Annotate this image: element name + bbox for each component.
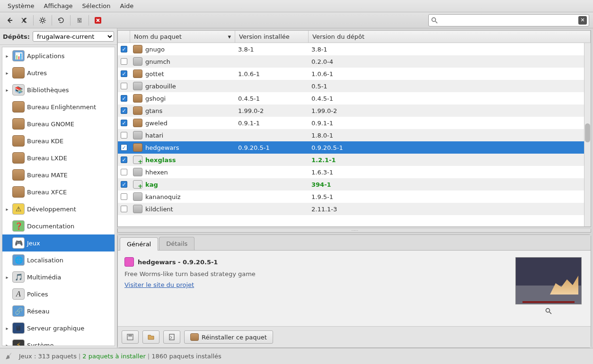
table-row[interactable]: gtans 1.99.0-2 1.99.0-2: [118, 104, 591, 117]
sidebar-item-développement[interactable]: ▸⚠Développement: [2, 200, 115, 217]
sort-icon: ▾: [228, 33, 231, 40]
table-row[interactable]: gshogi 0.4.5-1 0.4.5-1: [118, 92, 591, 104]
package-icon: [190, 333, 199, 341]
table-row[interactable]: gottet 1.0.6-1 1.0.6-1: [118, 68, 591, 80]
col-installed[interactable]: Version installée: [235, 31, 309, 43]
expand-icon[interactable]: ▸: [4, 343, 10, 347]
row-checkbox[interactable]: [121, 120, 127, 126]
category-icon: [12, 134, 25, 147]
search-box[interactable]: ✕: [428, 14, 589, 26]
action-script-button[interactable]: [163, 330, 180, 344]
broom-icon[interactable]: [5, 352, 14, 361]
row-checkbox[interactable]: [121, 95, 127, 102]
expand-icon[interactable]: ▸: [4, 87, 10, 93]
col-name[interactable]: Nom du paquet▾: [130, 31, 235, 43]
search-clear-icon[interactable]: ✕: [578, 16, 587, 25]
sidebar-item-polices[interactable]: APolices: [2, 286, 115, 303]
expand-icon[interactable]: ▸: [4, 326, 10, 331]
gear-button[interactable]: [36, 14, 49, 26]
row-checkbox[interactable]: [121, 193, 127, 200]
row-checkbox[interactable]: [121, 70, 127, 77]
sidebar-item-bibliothèques[interactable]: ▸📚Bibliothèques: [2, 81, 115, 98]
sidebar-item-bureau-lxde[interactable]: Bureau LXDE: [2, 149, 115, 166]
row-checkbox[interactable]: [121, 156, 127, 163]
scrollbar[interactable]: [584, 43, 591, 226]
sidebar-item-applications[interactable]: ▸📊Applications: [2, 47, 115, 64]
table-row[interactable]: kag 394-1: [118, 178, 591, 191]
table-row[interactable]: grabouille 0.5-1: [118, 80, 591, 92]
sidebar-item-bureau-enlightenment[interactable]: Bureau Enlightenment: [2, 98, 115, 115]
sidebar-item-jeux[interactable]: 🎮Jeux: [2, 234, 115, 251]
table-row[interactable]: hexglass 1.2.1-1: [118, 154, 591, 166]
sliders-button[interactable]: [73, 14, 86, 26]
row-checkbox[interactable]: [121, 83, 127, 89]
row-checkbox[interactable]: [121, 46, 127, 52]
table-row[interactable]: kananoquiz 1.9.5-1: [118, 191, 591, 203]
project-link[interactable]: Visiter le site du projet: [124, 281, 194, 288]
sidebar-item-autres[interactable]: ▸Autres: [2, 64, 115, 81]
table-row[interactable]: kildclient 2.11.1-3: [118, 203, 591, 215]
svg-rect-4: [77, 21, 79, 22]
table-row[interactable]: hedgewars 0.9.20.5-1 0.9.20.5-1: [118, 141, 591, 154]
splitter[interactable]: [117, 229, 591, 233]
row-checkbox[interactable]: [121, 144, 127, 151]
table-row[interactable]: gweled 0.9.1-1 0.9.1-1: [118, 117, 591, 129]
sidebar-item-bureau-mate[interactable]: Bureau MATE: [2, 166, 115, 183]
col-check[interactable]: [118, 31, 130, 43]
clear-back-button[interactable]: [18, 14, 30, 26]
sidebar-item-multimédia[interactable]: ▸🎵Multimédia: [2, 269, 115, 286]
menu-system[interactable]: Système: [3, 0, 39, 11]
svg-rect-12: [169, 334, 174, 340]
sidebar-item-label: Bureau Enlightenment: [27, 104, 96, 111]
package-name: gshogi: [145, 95, 166, 102]
installed-version: 3.8-1: [235, 46, 309, 53]
row-checkbox[interactable]: [121, 132, 127, 139]
tab-general[interactable]: Général: [120, 237, 158, 251]
category-tree[interactable]: ▸📊Applications▸Autres▸📚BibliothèquesBure…: [2, 47, 115, 346]
row-checkbox[interactable]: [121, 169, 127, 175]
reinstall-button[interactable]: Réinstaller ce paquet: [184, 330, 273, 344]
package-name: hexglass: [145, 156, 176, 164]
expand-icon[interactable]: ▸: [4, 70, 10, 76]
zoom-icon[interactable]: [545, 307, 552, 315]
sidebar-item-bureau-xfce[interactable]: Bureau XFCE: [2, 183, 115, 200]
expand-icon[interactable]: ▸: [4, 53, 10, 59]
close-button[interactable]: [92, 14, 104, 26]
row-checkbox[interactable]: [121, 181, 127, 188]
table-row[interactable]: gnumch 0.2.0-4: [118, 55, 591, 68]
table-row[interactable]: gnugo 3.8-1 3.8-1: [118, 43, 591, 55]
sidebar-item-serveur-graphique[interactable]: ▸🖥Serveur graphique: [2, 320, 115, 337]
sidebar-item-système[interactable]: ▸⚡Système: [2, 337, 115, 346]
package-title: hedgewars - 0.9.20.5-1: [124, 257, 506, 267]
sidebar-item-réseau[interactable]: 🔗Réseau: [2, 303, 115, 320]
table-row[interactable]: hhexen 1.6.3-1: [118, 166, 591, 178]
menu-selection[interactable]: Sélection: [78, 0, 115, 11]
repo-version: 1.9.5-1: [309, 193, 591, 200]
tab-details[interactable]: Détails: [159, 237, 195, 250]
row-checkbox[interactable]: [121, 107, 127, 114]
depot-select[interactable]: frugalware-current: [33, 31, 114, 42]
table-row[interactable]: hatari 1.8.0-1: [118, 129, 591, 141]
expand-icon[interactable]: ▸: [4, 275, 10, 280]
sidebar-item-bureau-kde[interactable]: Bureau KDE: [2, 132, 115, 149]
row-checkbox[interactable]: [121, 58, 127, 65]
col-repo[interactable]: Version du dépôt: [309, 31, 591, 43]
action-folder-button[interactable]: [142, 330, 159, 344]
expand-icon[interactable]: ▸: [4, 207, 10, 212]
sidebar-item-localisation[interactable]: 🌐Localisation: [2, 251, 115, 269]
category-icon: A: [12, 287, 25, 301]
menu-view[interactable]: Affichage: [39, 0, 77, 11]
action-save-button[interactable]: [122, 330, 139, 344]
row-checkbox[interactable]: [121, 206, 127, 212]
package-icon: [133, 106, 142, 115]
scroll-thumb[interactable]: [585, 123, 590, 142]
category-icon: [12, 100, 25, 113]
sidebar-item-documentation[interactable]: ❓Documentation: [2, 217, 115, 234]
search-input[interactable]: [438, 17, 578, 24]
sidebar-item-bureau-gnome[interactable]: Bureau GNOME: [2, 115, 115, 132]
menu-help[interactable]: Aide: [115, 0, 138, 11]
installed-version: 0.9.20.5-1: [235, 144, 309, 151]
screenshot-thumbnail[interactable]: [515, 257, 582, 304]
back-button[interactable]: [4, 14, 16, 26]
refresh-button[interactable]: [55, 14, 67, 26]
